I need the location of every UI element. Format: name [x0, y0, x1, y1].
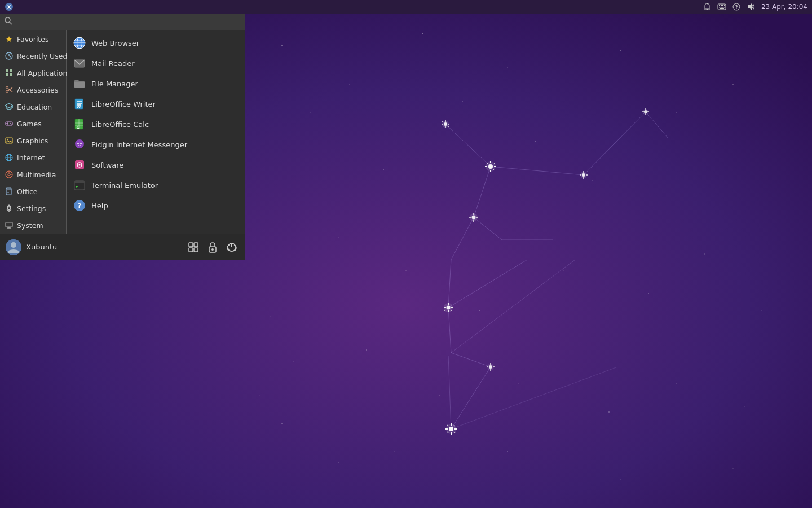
svg-point-13 [592, 180, 593, 181]
svg-point-26 [744, 406, 744, 406]
sidebar-education-label: Education [17, 103, 52, 111]
app-item-software[interactable]: Software [67, 155, 245, 175]
sidebar-item-favorites[interactable]: ★ Favorites [0, 30, 66, 47]
app-item-web-browser[interactable]: Web Browser [67, 33, 245, 53]
svg-point-21 [366, 349, 367, 351]
app-item-file-manager[interactable]: File Manager [67, 73, 245, 94]
svg-line-36 [445, 124, 491, 167]
app-item-mail-reader[interactable]: Mail Reader [67, 53, 245, 73]
svg-point-3 [349, 84, 350, 85]
svg-line-60 [448, 121, 449, 122]
file-manager-label: File Manager [91, 80, 138, 88]
power-button[interactable] [224, 240, 239, 255]
username-label: Xubuntu [26, 243, 57, 251]
menu-body: ★ Favorites Recently Used [0, 30, 245, 234]
svg-line-45 [448, 260, 527, 308]
svg-rect-121 [719, 5, 720, 6]
sidebar-item-games[interactable]: Games [0, 115, 66, 132]
svg-point-35 [259, 395, 259, 395]
svg-line-71 [487, 169, 488, 170]
svg-point-31 [620, 479, 621, 480]
volume-icon[interactable] [747, 2, 756, 11]
mail-reader-label: Mail Reader [91, 59, 135, 68]
svg-rect-122 [721, 5, 722, 6]
svg-point-53 [442, 121, 449, 128]
libreoffice-writer-icon: W [73, 98, 86, 110]
pidgin-icon [73, 138, 86, 151]
svg-rect-123 [722, 5, 723, 6]
svg-line-99 [444, 310, 445, 312]
notification-icon[interactable] [703, 2, 712, 11]
svg-line-58 [442, 121, 443, 122]
app-item-libreoffice-writer[interactable]: W LibreOffice Writer [67, 94, 245, 114]
svg-line-47 [451, 353, 491, 367]
svg-point-106 [449, 427, 453, 431]
sidebar-item-graphics[interactable]: Graphics [0, 132, 66, 149]
show-desktop-button[interactable] [186, 240, 201, 255]
apps-list: Web Browser Mail Reader [67, 30, 245, 234]
svg-rect-128 [720, 8, 724, 10]
svg-line-133 [10, 22, 12, 24]
svg-line-44 [448, 260, 451, 308]
app-item-libreoffice-calc[interactable]: C LibreOffice Calc [67, 114, 245, 134]
svg-line-70 [493, 163, 495, 164]
sidebar-item-all-applications[interactable]: All Applications [0, 64, 66, 81]
help-circle-icon[interactable]: ? [732, 2, 741, 11]
svg-line-96 [444, 304, 445, 305]
sidebar-item-education[interactable]: Education [0, 98, 66, 115]
svg-line-48 [451, 260, 575, 353]
sidebar-games-label: Games [17, 120, 42, 128]
svg-point-107 [446, 424, 456, 434]
web-browser-icon [73, 37, 86, 49]
svg-line-136 [9, 56, 11, 57]
svg-line-38 [584, 112, 646, 175]
svg-line-40 [474, 167, 491, 217]
svg-rect-126 [720, 7, 723, 8]
app-item-help[interactable]: ? Help [67, 195, 245, 216]
file-manager-icon [73, 77, 86, 90]
xfce-logo[interactable]: X [5, 2, 14, 11]
app-item-terminal[interactable]: ▶ _ Terminal Emulator [67, 175, 245, 195]
sidebar-item-internet[interactable]: Internet [0, 149, 66, 166]
app-item-pidgin[interactable]: Pidgin Internet Messenger [67, 134, 245, 155]
sidebar-item-accessories[interactable]: Accessories [0, 81, 66, 98]
keyboard-icon[interactable] [717, 2, 726, 11]
sidebar-settings-label: Settings [17, 204, 46, 213]
sidebar-item-settings[interactable]: Settings [0, 200, 66, 217]
svg-point-72 [582, 173, 585, 177]
lock-button[interactable] [205, 240, 220, 255]
svg-point-7 [676, 112, 677, 113]
sidebar-item-system[interactable]: System [0, 217, 66, 234]
svg-point-11 [462, 101, 463, 102]
svg-point-16 [479, 310, 480, 311]
sidebar-multimedia-label: Multimedia [17, 170, 56, 179]
multimedia-icon [5, 170, 14, 179]
svg-text:X: X [7, 5, 11, 10]
search-input[interactable] [16, 17, 240, 26]
svg-point-10 [383, 169, 384, 170]
svg-rect-124 [724, 5, 725, 6]
svg-point-33 [270, 316, 271, 316]
svg-point-206 [11, 242, 16, 248]
svg-point-212 [211, 248, 214, 251]
svg-line-98 [451, 304, 452, 305]
svg-point-153 [7, 139, 8, 140]
svg-rect-139 [6, 73, 8, 76]
svg-point-142 [6, 91, 8, 93]
sidebar-item-multimedia[interactable]: Multimedia [0, 166, 66, 183]
svg-point-78 [644, 110, 647, 113]
sidebar: ★ Favorites Recently Used [0, 30, 67, 234]
svg-line-51 [451, 367, 617, 429]
svg-point-101 [487, 364, 494, 370]
graphics-icon [5, 136, 14, 145]
sidebar-office-label: Office [17, 187, 38, 196]
svg-line-39 [646, 112, 668, 138]
app-menu: ★ Favorites Recently Used [0, 14, 245, 260]
svg-point-8 [732, 84, 734, 85]
svg-point-100 [489, 365, 492, 369]
svg-point-5 [507, 67, 508, 68]
svg-line-59 [448, 126, 449, 127]
sidebar-item-recently-used[interactable]: Recently Used [0, 47, 66, 64]
libreoffice-writer-label: LibreOffice Writer [91, 100, 156, 108]
sidebar-item-office[interactable]: Office [0, 183, 66, 200]
